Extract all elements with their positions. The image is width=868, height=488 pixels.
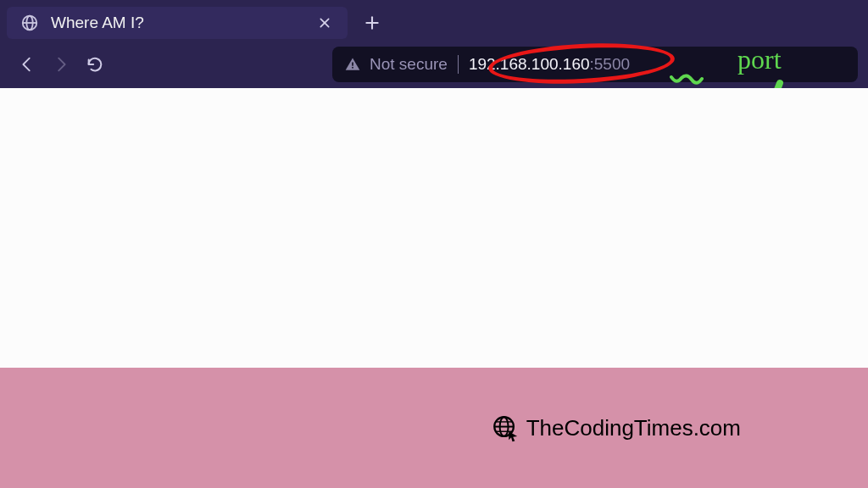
footer-band: TheCodingTimes.com <box>0 368 868 488</box>
page-viewport: TheCodingTimes.com <box>0 88 868 488</box>
close-icon <box>318 16 331 30</box>
address-port: :5500 <box>590 55 631 74</box>
tab-active[interactable]: Where AM I? <box>7 7 348 39</box>
svg-rect-7 <box>352 63 353 66</box>
globe-icon <box>20 14 39 32</box>
reload-icon <box>86 55 104 74</box>
globe-cursor-icon <box>491 413 520 442</box>
address-host: 192.168.100.160 <box>469 55 590 74</box>
tab-strip: Where AM I? <box>0 0 868 41</box>
new-tab-button[interactable] <box>356 7 388 39</box>
address-bar[interactable]: Not secure 192.168.100.160:5500 <box>332 47 858 82</box>
plus-icon <box>364 14 381 31</box>
reload-button[interactable] <box>78 47 112 81</box>
security-status-label: Not secure <box>370 55 448 74</box>
back-icon <box>18 55 36 74</box>
toolbar: Not secure 192.168.100.160:5500 <box>0 41 868 88</box>
brand: TheCodingTimes.com <box>491 413 741 442</box>
brand-text: TheCodingTimes.com <box>526 415 741 441</box>
forward-icon <box>52 55 70 74</box>
svg-rect-8 <box>352 67 353 69</box>
warning-icon <box>344 56 361 73</box>
address-separator <box>458 55 459 74</box>
tab-close-button[interactable] <box>315 14 334 32</box>
forward-button[interactable] <box>44 47 78 81</box>
browser-chrome: Where AM I? <box>0 0 868 88</box>
tab-title: Where AM I? <box>51 14 315 32</box>
back-button[interactable] <box>10 47 44 81</box>
